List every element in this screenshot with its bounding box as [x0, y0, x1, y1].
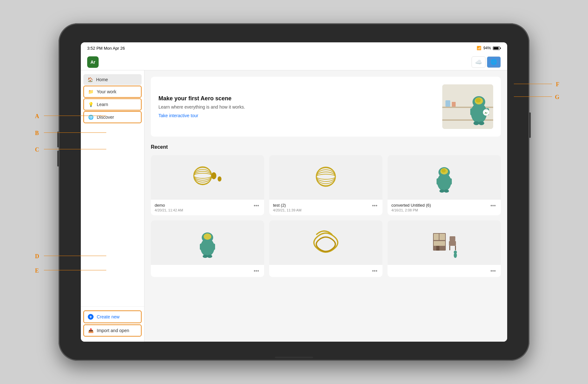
power-button[interactable] [529, 112, 531, 138]
svg-rect-54 [450, 236, 455, 241]
project-menu-5[interactable]: ••• [371, 268, 379, 274]
project-menu-4[interactable]: ••• [252, 268, 260, 274]
sidebar-item-your-work[interactable]: 📁 Your work [83, 86, 142, 98]
user-profile-button[interactable]: 🌐 [487, 56, 501, 68]
svg-rect-49 [434, 234, 439, 240]
svg-rect-4 [452, 102, 456, 107]
annotation-f: F [556, 81, 559, 88]
app-header: Ar ☁️ 🌐 [81, 54, 507, 70]
svg-point-11 [473, 121, 479, 125]
project-card-5[interactable]: ••• [269, 220, 382, 277]
annotation-a: A [35, 113, 39, 120]
svg-rect-50 [439, 234, 445, 240]
sidebar-home-label: Home [96, 77, 108, 82]
status-icons: 📶 94% [477, 46, 501, 50]
svg-point-37 [444, 189, 449, 193]
project-name-demo: demo [155, 203, 183, 208]
folder-icon: 📁 [88, 89, 94, 94]
svg-text:Ar: Ar [485, 111, 487, 114]
wifi-icon: 📶 [477, 46, 481, 50]
volume-up-button[interactable] [57, 132, 59, 147]
ipad-screen: 3:52 PM Mon Apr 26 📶 94% Ar ☁️ [81, 42, 507, 342]
welcome-text: Make your first Aero scene Learn where e… [158, 95, 245, 118]
svg-rect-55 [449, 246, 450, 250]
svg-rect-42 [200, 244, 203, 250]
project-thumbnail-test [269, 155, 382, 200]
create-new-button[interactable]: + Create new [83, 310, 142, 323]
sidebar-item-learn[interactable]: 💡 Learn [83, 98, 142, 110]
welcome-image: Ar [442, 84, 493, 129]
svg-rect-53 [449, 241, 456, 246]
app-logo: Ar [87, 56, 99, 68]
cloud-icon: ☁️ [475, 59, 482, 66]
project-thumbnail-converted [388, 155, 501, 200]
project-menu-test[interactable]: ••• [371, 203, 379, 209]
recent-section-title: Recent [151, 144, 501, 150]
project-menu-demo[interactable]: ••• [252, 203, 260, 209]
svg-point-58 [454, 253, 457, 258]
annotation-e: E [35, 267, 39, 274]
content-area: Make your first Aero scene Learn where e… [144, 70, 507, 342]
svg-rect-46 [300, 224, 351, 262]
home-icon: 🏠 [87, 77, 93, 82]
project-thumbnail-5 [269, 220, 382, 265]
svg-rect-34 [437, 178, 439, 185]
sidebar: 🏠 Home 📁 Your work 💡 Learn 🌐 [81, 70, 144, 342]
svg-rect-35 [449, 178, 452, 185]
svg-rect-3 [445, 100, 450, 107]
project-name-test: test (2) [273, 203, 301, 208]
volume-down-button[interactable] [57, 151, 59, 167]
plus-icon: + [88, 314, 94, 320]
project-name-converted: converted Untitled (6) [391, 203, 431, 208]
header-right: ☁️ 🌐 [472, 56, 501, 68]
svg-point-45 [207, 255, 212, 258]
svg-rect-51 [434, 241, 445, 246]
project-info-converted: converted Untitled (6) 4/16/21, 2:08 PM … [388, 200, 501, 215]
project-date-test: 4/20/21, 11:39 AM [273, 208, 301, 212]
project-card-6[interactable]: ••• [388, 220, 501, 277]
ipad-frame: 3:52 PM Mon Apr 26 📶 94% Ar ☁️ [59, 23, 529, 361]
sidebar-nav: 🏠 Home 📁 Your work 💡 Learn 🌐 [81, 70, 144, 306]
user-icon: 🌐 [491, 59, 497, 65]
svg-point-33 [441, 169, 446, 173]
battery-percentage: 94% [483, 46, 491, 50]
sidebar-discover-label: Discover [97, 115, 114, 120]
take-tour-link[interactable]: Take interactive tour [158, 113, 198, 118]
svg-point-8 [476, 98, 481, 103]
svg-point-36 [439, 189, 444, 193]
welcome-subtitle: Learn where everything is and how it wor… [158, 104, 245, 110]
welcome-title: Make your first Aero scene [158, 95, 245, 102]
project-card-converted[interactable]: converted Untitled (6) 4/16/21, 2:08 PM … [388, 155, 501, 215]
sidebar-your-work-label: Your work [97, 89, 116, 94]
project-menu-converted[interactable]: ••• [489, 203, 497, 209]
project-info-test: test (2) 4/20/21, 11:39 AM ••• [269, 200, 382, 215]
projects-grid: demo 4/20/21, 11:42 AM ••• [151, 155, 501, 277]
cloud-button[interactable]: ☁️ [472, 56, 486, 68]
svg-rect-43 [212, 244, 215, 250]
svg-point-12 [479, 121, 484, 125]
project-card-test[interactable]: test (2) 4/20/21, 11:39 AM ••• [269, 155, 382, 215]
import-open-button[interactable]: 📥 Import and open [83, 324, 142, 337]
import-icon: 📥 [88, 328, 94, 333]
project-thumbnail-6 [388, 220, 501, 265]
svg-rect-56 [455, 246, 456, 250]
sidebar-item-discover[interactable]: 🌐 Discover [83, 111, 142, 123]
sidebar-learn-label: Learn [97, 102, 108, 107]
svg-point-44 [203, 255, 208, 258]
project-info-demo: demo 4/20/21, 11:42 AM ••• [151, 200, 264, 215]
annotation-d: D [35, 253, 39, 260]
globe-icon: 🌐 [88, 115, 94, 120]
project-card-4[interactable]: ••• [151, 220, 264, 277]
annotation-c: C [35, 146, 39, 153]
bulb-icon: 💡 [88, 102, 94, 107]
svg-rect-23 [300, 158, 351, 196]
main-content: 🏠 Home 📁 Your work 💡 Learn 🌐 [81, 70, 507, 342]
create-new-label: Create new [97, 314, 120, 319]
project-thumbnail-4 [151, 220, 264, 265]
project-card-demo[interactable]: demo 4/20/21, 11:42 AM ••• [151, 155, 264, 215]
recent-section: Recent [151, 144, 501, 277]
project-menu-6[interactable]: ••• [489, 268, 497, 274]
project-info-6: ••• [388, 265, 501, 277]
sidebar-item-home[interactable]: 🏠 Home [83, 74, 142, 85]
svg-point-21 [211, 172, 216, 179]
